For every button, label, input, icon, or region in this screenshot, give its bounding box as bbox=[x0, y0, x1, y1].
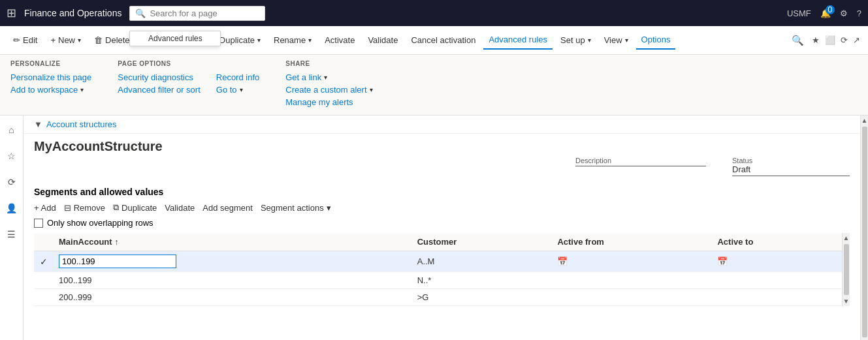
get-link-chevron: ▾ bbox=[324, 74, 327, 81]
breadcrumb-link[interactable]: Account structures bbox=[46, 119, 117, 129]
add-segment-row-button[interactable]: + Add bbox=[34, 203, 56, 213]
status-value: Draft bbox=[732, 164, 850, 176]
table-row[interactable]: 100..199N..* bbox=[34, 272, 842, 289]
remove-icon: ⊟ bbox=[64, 203, 71, 213]
duplicate-chevron-icon: ▾ bbox=[257, 37, 261, 44]
personalize-group: Personalize Personalize this page Add to… bbox=[10, 60, 91, 107]
scroll-up-arrow[interactable]: ▲ bbox=[842, 233, 850, 243]
row-active-to[interactable]: 📅 bbox=[712, 251, 842, 272]
sidebar-icon-person[interactable]: 👤 bbox=[3, 199, 21, 217]
main-layout: ⌂ ☆ ⟳ 👤 ☰ ▼ Account structures MyAccount… bbox=[0, 116, 868, 340]
advanced-rules-button[interactable]: Advanced rules bbox=[483, 31, 553, 50]
col-customer[interactable]: Customer bbox=[412, 233, 553, 251]
row-main-account[interactable]: 200..999 bbox=[54, 289, 412, 306]
table-row[interactable]: ✓A..M📅📅 bbox=[34, 251, 842, 272]
scroll-thumb[interactable] bbox=[844, 244, 849, 295]
record-title: MyAccountStructure bbox=[24, 134, 860, 157]
segments-table: MainAccount ↑ Customer Active from Activ… bbox=[34, 233, 842, 306]
cmd-search-icon[interactable]: 🔍 bbox=[792, 35, 804, 46]
row-check[interactable] bbox=[34, 272, 54, 289]
options-button[interactable]: Options bbox=[636, 31, 676, 50]
row-main-account[interactable]: 100..199 bbox=[54, 272, 412, 289]
content-area: ▼ Account structures MyAccountStructure … bbox=[24, 116, 860, 340]
main-account-input[interactable] bbox=[59, 255, 176, 268]
row-check[interactable]: ✓ bbox=[34, 251, 54, 272]
app-grid-icon[interactable]: ⊞ bbox=[7, 6, 16, 20]
row-customer[interactable]: N..* bbox=[412, 272, 553, 289]
main-scroll-up[interactable]: ▲ bbox=[860, 116, 868, 125]
row-customer[interactable]: >G bbox=[412, 289, 553, 306]
help-icon[interactable]: ? bbox=[857, 8, 861, 18]
segment-actions-button[interactable]: Segment actions ▾ bbox=[261, 203, 331, 213]
table-row[interactable]: 200..999>G bbox=[34, 289, 842, 306]
search-icon: 🔍 bbox=[135, 8, 146, 18]
duplicate-row-icon: ⧉ bbox=[113, 202, 119, 213]
new-button[interactable]: + New ▾ bbox=[45, 31, 86, 49]
new-icon: + bbox=[50, 35, 56, 45]
validate-button[interactable]: Validate bbox=[362, 31, 403, 49]
description-value[interactable] bbox=[575, 164, 706, 166]
main-scroll-thumb[interactable] bbox=[862, 127, 867, 337]
new-chevron-icon: ▾ bbox=[78, 37, 81, 44]
table-scrollbar[interactable]: ▲ ▼ bbox=[842, 233, 850, 306]
remove-button[interactable]: ⊟ Remove bbox=[64, 203, 105, 213]
cancel-activation-button[interactable]: Cancel activation bbox=[406, 31, 481, 49]
open-new-icon[interactable]: ↗ bbox=[853, 35, 860, 45]
sidebar-icon-recent[interactable]: ⟳ bbox=[3, 173, 21, 191]
app-title: Finance and Operations bbox=[24, 8, 121, 18]
add-segment-button[interactable]: Add segment bbox=[202, 203, 253, 213]
go-to-chevron: ▾ bbox=[240, 86, 243, 93]
row-active-from[interactable] bbox=[552, 289, 712, 306]
rename-button[interactable]: Rename ▾ bbox=[268, 31, 317, 49]
sidebar-icon-home[interactable]: ⌂ bbox=[3, 121, 21, 139]
main-scrollbar[interactable]: ▲ ▼ bbox=[860, 116, 868, 340]
user-label: USMF bbox=[787, 8, 811, 18]
row-active-to[interactable] bbox=[712, 272, 842, 289]
edit-button[interactable]: ✏ Edit bbox=[8, 31, 42, 49]
delete-icon: 🗑 bbox=[94, 35, 103, 45]
col-active-to[interactable]: Active to bbox=[712, 233, 842, 251]
calendar-to-icon[interactable]: 📅 bbox=[717, 256, 728, 266]
top-navigation: ⊞ Finance and Operations 🔍 Advanced rule… bbox=[0, 0, 868, 26]
validate-row-button[interactable]: Validate bbox=[165, 203, 195, 213]
duplicate-row-button[interactable]: ⧉ Duplicate bbox=[113, 202, 157, 213]
sidebar-icon-star[interactable]: ☆ bbox=[3, 147, 21, 165]
only-overlap-checkbox[interactable] bbox=[34, 219, 43, 228]
col-main-account[interactable]: MainAccount ↑ bbox=[54, 233, 412, 251]
notification-icon[interactable]: 🔔0 bbox=[820, 8, 831, 18]
fullscreen-icon[interactable]: ⬜ bbox=[825, 35, 835, 45]
page-options-col2: Record info Go to ▾ bbox=[216, 72, 259, 95]
activate-button[interactable]: Activate bbox=[319, 31, 360, 49]
search-bar[interactable]: 🔍 bbox=[129, 6, 265, 21]
col-active-from[interactable]: Active from bbox=[552, 233, 712, 251]
custom-alert-chevron: ▾ bbox=[370, 86, 373, 93]
row-active-from[interactable]: 📅 bbox=[552, 251, 712, 272]
top-icons: USMF 🔔0 ⚙ ? bbox=[787, 8, 861, 18]
share-group-title: Share bbox=[285, 60, 372, 67]
personalize-icon[interactable]: ★ bbox=[812, 35, 820, 45]
view-button[interactable]: View ▾ bbox=[599, 31, 634, 49]
row-active-to[interactable] bbox=[712, 289, 842, 306]
sidebar-icon-list[interactable]: ☰ bbox=[3, 225, 21, 243]
filter-icon[interactable]: ▼ bbox=[34, 119, 42, 129]
personalize-this-page-item[interactable]: Personalize this page Add to workspace ▾ bbox=[10, 72, 91, 95]
edit-icon: ✏ bbox=[13, 35, 20, 45]
segments-section: Segments and allowed values + Add ⊟ Remo… bbox=[24, 181, 860, 340]
left-sidebar: ⌂ ☆ ⟳ 👤 ☰ bbox=[0, 116, 24, 340]
scroll-down-arrow[interactable]: ▼ bbox=[842, 296, 850, 306]
rename-chevron-icon: ▾ bbox=[308, 37, 312, 44]
settings-icon[interactable]: ⚙ bbox=[840, 8, 848, 18]
row-active-from[interactable] bbox=[552, 272, 712, 289]
calendar-from-icon[interactable]: 📅 bbox=[557, 256, 568, 266]
table-wrapper: MainAccount ↑ Customer Active from Activ… bbox=[34, 233, 850, 306]
row-main-account[interactable] bbox=[54, 251, 412, 272]
row-customer[interactable]: A..M bbox=[412, 251, 553, 272]
row-check[interactable] bbox=[34, 289, 54, 306]
segment-actions-chevron: ▾ bbox=[327, 203, 331, 213]
refresh-icon[interactable]: ⟳ bbox=[841, 35, 848, 45]
record-header: Description Status Draft bbox=[24, 157, 860, 181]
description-label: Description bbox=[575, 157, 706, 164]
set-up-button[interactable]: Set up ▾ bbox=[555, 31, 596, 49]
delete-button[interactable]: 🗑 Delete bbox=[89, 31, 135, 49]
search-input[interactable] bbox=[150, 8, 259, 18]
